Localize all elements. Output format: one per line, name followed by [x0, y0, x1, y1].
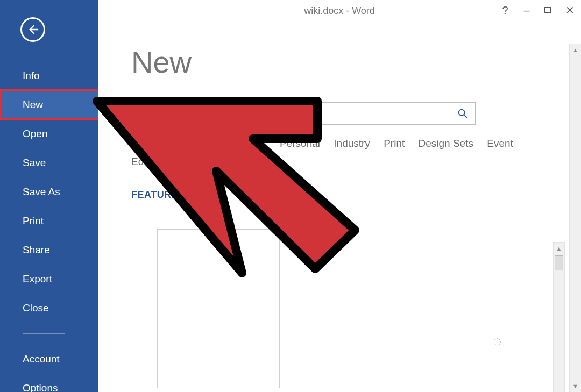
loading-spinner-icon: ◌: [493, 336, 501, 347]
sidebar-item-info[interactable]: Info: [0, 61, 98, 90]
window-title: wiki.docx - Word: [304, 5, 375, 17]
minimize-button[interactable]: –: [521, 4, 533, 16]
sidebar-item-label: Open: [23, 128, 47, 139]
svg-rect-0: [544, 8, 551, 13]
search-icon[interactable]: [457, 108, 469, 119]
titlebar: wiki.docx - Word ? – ✕: [98, 0, 581, 20]
suggested-link-industry[interactable]: Industry: [334, 138, 370, 149]
sidebar-item-label: Export: [23, 273, 52, 284]
sidebar-item-export[interactable]: Export: [0, 265, 98, 294]
svg-line-3: [464, 115, 467, 118]
suggested-link-print[interactable]: Print: [384, 138, 405, 149]
sidebar-item-open[interactable]: Open: [0, 119, 98, 148]
sidebar-item-label: Options: [23, 382, 58, 392]
back-button[interactable]: [20, 17, 45, 42]
sidebar-item-label: Close: [23, 302, 49, 313]
sidebar-item-save[interactable]: Save: [0, 148, 98, 177]
template-blank-document[interactable]: [157, 229, 280, 388]
suggested-link-edu[interactable]: Edu: [131, 156, 150, 167]
sidebar-menu: Info New Open Save Save As Print Share E…: [0, 61, 98, 392]
search-input[interactable]: [139, 109, 457, 118]
suggested-link-personal[interactable]: Personal: [280, 138, 320, 149]
sidebar-item-label: Share: [23, 244, 50, 255]
suggested-searches: Personal Industry Print Design Sets Even…: [131, 134, 540, 171]
sidebar-item-share[interactable]: Share: [0, 236, 98, 265]
window-controls: ? – ✕: [499, 4, 576, 16]
sidebar-item-label: Info: [23, 70, 40, 81]
back-arrow-icon: [27, 24, 39, 35]
backstage-sidebar: Info New Open Save Save As Print Share E…: [0, 0, 98, 392]
sidebar-item-label: Print: [23, 215, 44, 226]
close-button[interactable]: ✕: [564, 4, 576, 16]
main-scrollbar[interactable]: ▲ ▼: [569, 44, 581, 392]
scroll-down-icon[interactable]: ▼: [570, 380, 581, 392]
sidebar-item-print[interactable]: Print: [0, 206, 98, 236]
sidebar-item-label: New: [23, 99, 43, 110]
sidebar-item-label: Save: [23, 157, 46, 168]
template-list-scrollbar[interactable]: ▲: [553, 242, 565, 392]
restore-button[interactable]: [542, 4, 554, 16]
sidebar-item-options[interactable]: Options: [0, 374, 98, 392]
sidebar-divider: [23, 333, 65, 334]
featured-label: FEATURED: [131, 189, 581, 201]
svg-point-2: [459, 110, 465, 116]
sidebar-item-account[interactable]: Account: [0, 345, 98, 374]
template-search-box[interactable]: [131, 102, 476, 125]
sidebar-item-label: Account: [23, 353, 60, 365]
help-button[interactable]: ?: [499, 4, 511, 16]
suggested-link-event[interactable]: Event: [487, 138, 513, 149]
scroll-up-icon[interactable]: ▲: [554, 243, 564, 254]
sidebar-item-new[interactable]: New: [0, 90, 98, 119]
page-title: New: [131, 45, 581, 80]
scroll-thumb[interactable]: [555, 255, 563, 270]
sidebar-item-close[interactable]: Close: [0, 294, 98, 323]
suggested-link-design-sets[interactable]: Design Sets: [419, 138, 473, 149]
restore-icon: [543, 5, 553, 15]
scroll-up-icon[interactable]: ▲: [570, 44, 581, 56]
sidebar-item-label: Save As: [23, 186, 60, 197]
sidebar-item-save-as[interactable]: Save As: [0, 177, 98, 206]
